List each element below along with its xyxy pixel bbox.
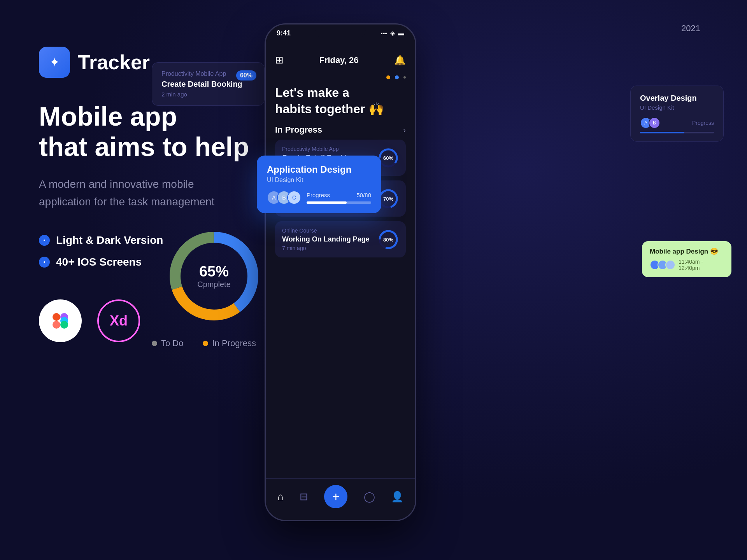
in-progress-title: In Progress xyxy=(275,125,322,135)
nav-add-button[interactable]: + xyxy=(324,485,347,508)
svg-rect-1 xyxy=(53,321,60,329)
feature-dot-2: • xyxy=(39,257,50,268)
overlay-design-card: Overlay Design UI Design Kit A B Progres… xyxy=(630,86,724,142)
status-time: 9:41 xyxy=(277,29,291,37)
mobile-notif-footer: 11:40am - 12:40pm xyxy=(650,259,724,271)
legend-label-inprogress: In Progress xyxy=(212,338,256,348)
in-progress-header: In Progress › xyxy=(275,125,406,135)
progress-bar-bg xyxy=(307,201,371,204)
donut-label: 65% Cpmplete xyxy=(197,263,231,289)
task-info-3: Online Course Working On Landing Page 7 … xyxy=(282,228,378,251)
headline: Mobile app that aims to help xyxy=(39,101,265,162)
notif-time: 2 min ago xyxy=(161,91,255,98)
mobile-notif-title: Mobile app Design 😎 xyxy=(650,247,724,256)
svg-rect-0 xyxy=(53,313,60,321)
phone-mockup: 9:41 ▪▪▪ ◈ ▬ ⊞ Friday, 26 🔔 xyxy=(265,23,416,521)
phone-header: ⊞ Friday, 26 🔔 xyxy=(275,48,406,72)
task-app-3: Online Course xyxy=(282,228,378,234)
battery-icon: ▬ xyxy=(398,30,404,37)
legend-label-todo: To Do xyxy=(161,338,183,348)
overlay-progress-fill xyxy=(640,132,684,133)
avatar-3: C xyxy=(287,191,301,205)
legend-dot-todo xyxy=(152,341,157,346)
overlay-avatar-2: B xyxy=(649,117,660,129)
legend-dot-inprogress xyxy=(203,341,208,346)
ring-label-1: 60% xyxy=(383,155,393,161)
wifi-icon: ◈ xyxy=(390,30,395,37)
task-card-3[interactable]: Online Course Working On Landing Page 7 … xyxy=(275,221,406,257)
bell-icon[interactable]: 🔔 xyxy=(394,55,406,66)
phone-date: Friday, 26 xyxy=(319,55,358,65)
project-card-overlay: Application Design UI Design Kit A B C P… xyxy=(257,156,381,213)
bottom-nav: ⌂ ⊟ + ◯ 👤 xyxy=(266,478,415,520)
overlay-progress-bar xyxy=(640,132,714,133)
feature-label-1: Light & Dark Version xyxy=(56,234,163,247)
decoration-dots xyxy=(275,72,406,81)
status-bar: 9:41 ▪▪▪ ◈ ▬ xyxy=(266,29,415,37)
task-time-3: 7 min ago xyxy=(282,245,378,251)
donut-percent: 65% xyxy=(197,263,231,280)
welcome-text: Let's make ahabits together 🙌 xyxy=(275,85,406,117)
project-progress: Progress 50/80 xyxy=(307,192,371,204)
notif-title: Create Detail Booking xyxy=(161,80,255,89)
progress-value: 50/80 xyxy=(356,192,371,198)
notification-card: Productivity Mobile App Create Detail Bo… xyxy=(152,62,265,106)
figma-logo xyxy=(39,299,82,342)
dot-yellow xyxy=(386,75,390,79)
progress-label: Progress xyxy=(307,192,330,198)
nav-chat-icon[interactable]: ◯ xyxy=(364,491,375,503)
svg-rect-4 xyxy=(60,321,68,329)
feature-label-2: 40+ IOS Screens xyxy=(56,256,142,268)
task-name-3: Working On Landing Page xyxy=(282,235,378,243)
task-app-1: Productivity Mobile App xyxy=(282,146,378,152)
legend-in-progress: In Progress xyxy=(203,338,256,348)
legend-todo: To Do xyxy=(152,338,183,348)
nav-folder-icon[interactable]: ⊟ xyxy=(300,491,308,503)
project-card-subtitle: UI Design Kit xyxy=(267,177,371,184)
ring-label-3: 80% xyxy=(383,236,393,242)
overlay-card-title: Overlay Design xyxy=(640,94,714,103)
feature-dot-1: • xyxy=(39,235,50,246)
overlay-card-sub: UI Design Kit xyxy=(640,104,714,111)
figma-icon xyxy=(49,309,72,332)
progress-bar-fill xyxy=(307,201,347,204)
overlay-progress-label: Progress xyxy=(692,120,714,126)
nav-profile-icon[interactable]: 👤 xyxy=(391,491,403,503)
dot-small xyxy=(403,76,406,79)
notif-badge: 60% xyxy=(236,70,256,80)
app-name: Tracker xyxy=(78,51,150,74)
ring-label-2: 70% xyxy=(383,196,393,201)
project-card-footer: A B C Progress 50/80 xyxy=(267,191,371,205)
mobile-notification: Mobile app Design 😎 11:40am - 12:40pm xyxy=(642,241,731,277)
mobile-avatar-3 xyxy=(665,260,675,270)
donut-sub-label: Cpmplete xyxy=(197,280,231,289)
signal-icon: ▪▪▪ xyxy=(381,30,387,37)
mobile-notif-time: 11:40am - 12:40pm xyxy=(679,259,724,271)
dot-blue xyxy=(395,75,399,79)
donut-chart: 65% Cpmplete xyxy=(163,226,265,327)
project-avatars: A B C xyxy=(267,191,301,205)
project-card-title: Application Design xyxy=(267,164,371,175)
year-label: 2021 xyxy=(681,23,700,33)
section-arrow[interactable]: › xyxy=(403,126,406,135)
status-icons: ▪▪▪ ◈ ▬ xyxy=(381,30,404,37)
overlay-card-footer: A B Progress xyxy=(640,117,714,129)
task-ring-3: 80% xyxy=(378,229,399,250)
phone-frame: 9:41 ▪▪▪ ◈ ▬ ⊞ Friday, 26 🔔 xyxy=(265,23,416,521)
subheadline: A modern and innovative mobile applicati… xyxy=(39,176,241,211)
app-logo-icon: ✦ xyxy=(39,47,70,78)
nav-home-icon[interactable]: ⌂ xyxy=(277,491,284,503)
phone-content: ⊞ Friday, 26 🔔 Let's make ahabits togeth… xyxy=(266,48,415,520)
xd-logo: Xd xyxy=(97,299,140,342)
overlay-avatars: A B xyxy=(640,117,660,129)
grid-icon[interactable]: ⊞ xyxy=(275,54,284,66)
mobile-notif-avatars xyxy=(650,260,675,270)
